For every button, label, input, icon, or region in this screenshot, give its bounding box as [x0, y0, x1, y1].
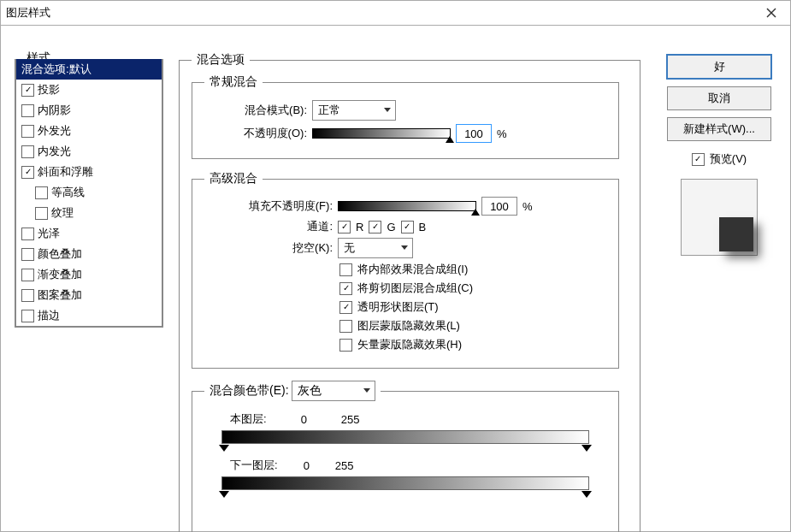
blending-options-title: 混合选项 [192, 52, 250, 68]
underlying-lo: 0 [304, 459, 310, 472]
opt4-label: 图层蒙版隐藏效果(L) [357, 318, 460, 334]
opt1-label: 将内部效果混合成组(I) [357, 262, 468, 277]
channel-g-checkbox[interactable] [369, 221, 381, 233]
channels-label: 通道: [204, 219, 333, 234]
checkbox-icon[interactable] [35, 186, 48, 199]
style-contour[interactable]: 等高线 [16, 182, 162, 203]
checkbox-icon[interactable] [21, 289, 34, 302]
opt3-label: 透明形状图层(T) [357, 299, 439, 315]
style-pattern-overlay[interactable]: 图案叠加 [16, 285, 162, 305]
opacity-input[interactable]: 100 [456, 124, 492, 143]
style-stroke[interactable]: 描边 [16, 305, 162, 326]
opacity-slider[interactable] [312, 128, 451, 139]
knockout-select[interactable]: 无 [338, 238, 413, 258]
checkbox-icon[interactable] [35, 207, 48, 220]
new-style-button[interactable]: 新建样式(W)... [667, 117, 771, 141]
opt2-label: 将剪切图层混合成组(C) [357, 281, 473, 296]
blendif-select[interactable]: 灰色 [292, 381, 375, 401]
style-gradient-overlay[interactable]: 渐变叠加 [16, 264, 162, 285]
style-texture[interactable]: 纹理 [16, 203, 162, 223]
checkbox-icon[interactable] [21, 104, 34, 117]
style-color-overlay[interactable]: 颜色叠加 [16, 244, 162, 264]
this-layer-track[interactable] [221, 430, 589, 444]
slider-high-handle-icon[interactable] [581, 491, 592, 498]
opt1-checkbox[interactable] [339, 263, 352, 276]
slider-low-handle-icon[interactable] [219, 491, 229, 498]
checkbox-icon[interactable] [21, 269, 34, 281]
blendif-label: 混合颜色带(E): [210, 383, 289, 397]
checkbox-icon[interactable] [21, 248, 34, 261]
opt3-checkbox[interactable] [339, 301, 352, 314]
preview-thumbnail [681, 179, 758, 256]
checkbox-icon[interactable] [21, 84, 34, 97]
checkbox-icon[interactable] [21, 166, 34, 179]
blend-mode-select[interactable]: 正常 [312, 100, 396, 121]
checkbox-icon[interactable] [21, 145, 34, 158]
fill-opacity-input[interactable]: 100 [481, 197, 517, 216]
underlying-hi: 255 [335, 459, 354, 472]
preview-label: 预览(V) [710, 151, 747, 167]
ok-button[interactable]: 好 [666, 54, 772, 80]
this-layer-label: 本图层: [230, 411, 267, 427]
knockout-label: 挖空(K): [204, 240, 333, 256]
style-blending-options[interactable]: 混合选项:默认 [16, 59, 162, 80]
channel-r-checkbox[interactable] [338, 221, 351, 233]
style-outer-glow[interactable]: 外发光 [16, 121, 162, 141]
this-layer-lo: 0 [301, 413, 307, 426]
checkbox-icon[interactable] [21, 228, 34, 240]
style-inner-shadow[interactable]: 内阴影 [16, 100, 162, 121]
opt5-checkbox[interactable] [339, 339, 352, 352]
slider-high-handle-icon[interactable] [581, 445, 592, 452]
opt4-checkbox[interactable] [339, 320, 352, 333]
advanced-blending-title: 高级混合 [204, 171, 263, 186]
preview-checkbox[interactable] [692, 153, 705, 166]
style-drop-shadow[interactable]: 投影 [16, 80, 162, 100]
slider-thumb-icon[interactable] [471, 209, 480, 216]
fill-opacity-slider[interactable] [338, 201, 476, 211]
style-satin[interactable]: 光泽 [16, 223, 162, 244]
style-inner-glow[interactable]: 内发光 [16, 141, 162, 162]
cancel-button[interactable]: 取消 [667, 86, 771, 110]
percent-label: % [497, 127, 507, 140]
dialog-title: 图层样式 [6, 5, 758, 21]
checkbox-icon[interactable] [21, 310, 34, 322]
slider-thumb-icon[interactable] [446, 136, 454, 143]
channel-b-checkbox[interactable] [401, 221, 414, 233]
styles-list: 混合选项:默认 投影 内阴影 外发光 内发光 斜面和浮雕 等高线 纹理 光泽 颜… [15, 59, 163, 328]
blend-mode-label: 混合模式(B): [204, 103, 307, 118]
this-layer-hi: 255 [341, 413, 360, 426]
general-blending-title: 常规混合 [204, 74, 263, 90]
close-icon [766, 8, 776, 18]
fill-opacity-label: 填充不透明度(F): [204, 198, 333, 214]
close-button[interactable] [758, 4, 785, 21]
opt2-checkbox[interactable] [339, 282, 352, 295]
opacity-label: 不透明度(O): [204, 126, 307, 141]
opt5-label: 矢量蒙版隐藏效果(H) [357, 337, 462, 352]
underlying-track[interactable] [221, 476, 589, 490]
checkbox-icon[interactable] [21, 125, 34, 138]
underlying-label: 下一图层: [230, 458, 278, 473]
slider-low-handle-icon[interactable] [219, 445, 229, 452]
style-bevel-emboss[interactable]: 斜面和浮雕 [16, 162, 162, 182]
percent-label: % [522, 200, 533, 213]
